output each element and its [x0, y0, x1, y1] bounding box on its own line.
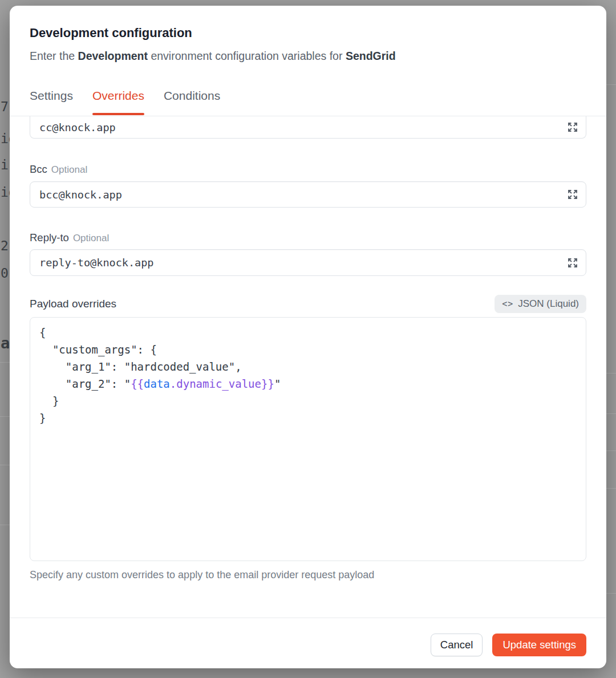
backdrop-left-strip: 7idiid20a: [0, 0, 10, 678]
payload-editor[interactable]: { "custom_args": { "arg_1": "hardcoded_v…: [30, 317, 586, 561]
backdrop-text-fragment: 7: [1, 100, 9, 113]
backdrop-row-line: [0, 465, 10, 465]
reply-to-input[interactable]: [30, 250, 586, 275]
bcc-field-wrapper: [30, 181, 586, 208]
bcc-label-text: Bcc: [30, 163, 47, 175]
reply-to-optional-badge: Optional: [73, 233, 109, 243]
backdrop-row-line: [606, 450, 616, 451]
modal-subtitle: Enter the Development environment config…: [30, 48, 396, 64]
bcc-expand-button[interactable]: [565, 187, 580, 202]
backdrop-row-line: [0, 525, 10, 525]
tab-label: Settings: [30, 89, 73, 102]
footer-actions: Cancel Update settings: [431, 634, 586, 656]
backdrop-text-fragment: a: [1, 335, 10, 351]
bcc-optional-badge: Optional: [51, 164, 87, 175]
backdrop-right-strip: [606, 0, 616, 678]
payload-help-text: Specify any custom overrides to apply to…: [30, 569, 374, 581]
cc-field-wrapper: [30, 116, 586, 139]
expand-icon: [566, 188, 579, 201]
code-brackets-icon: <>: [502, 299, 513, 309]
expand-icon: [566, 257, 579, 269]
backdrop-text-fragment: id: [1, 132, 10, 145]
backdrop-text-fragment: 0: [1, 267, 9, 280]
bcc-input[interactable]: [30, 182, 586, 207]
modal-title: Development configuration: [30, 25, 192, 41]
subtitle-prefix: Enter the: [30, 50, 78, 62]
code-line: }: [39, 409, 577, 427]
language-badge: <> JSON (Liquid): [495, 295, 586, 313]
code-line: "arg_1": "hardcoded_value",: [39, 358, 577, 375]
tab-label: Overrides: [92, 89, 144, 102]
tab-conditions[interactable]: Conditions: [164, 89, 220, 115]
cancel-button[interactable]: Cancel: [431, 634, 483, 656]
subtitle-environment: Development: [78, 50, 148, 62]
reply-to-expand-button[interactable]: [565, 255, 580, 270]
tab-overrides[interactable]: Overrides: [92, 89, 144, 115]
backdrop-row-line: [606, 488, 616, 489]
code-line: "arg_2": "{{data.dynamic_value}}": [39, 375, 577, 392]
backdrop-row-line: [606, 413, 616, 414]
tab-bar: SettingsOverridesConditions: [30, 89, 220, 115]
code-line: "custom_args": {: [39, 341, 577, 358]
reply-to-field-wrapper: [30, 249, 586, 276]
payload-overrides-label: Payload overrides: [30, 298, 116, 310]
language-badge-label: JSON (Liquid): [518, 298, 579, 310]
backdrop-text-fragment: 2: [1, 239, 9, 253]
backdrop-row-line: [606, 373, 616, 373]
backdrop-row-line: [606, 84, 616, 85]
tab-label: Conditions: [164, 89, 220, 102]
bcc-label: BccOptional: [30, 163, 87, 176]
backdrop-row-line: [0, 362, 10, 363]
cc-expand-button[interactable]: [565, 120, 580, 135]
update-settings-button[interactable]: Update settings: [492, 634, 586, 656]
backdrop-text-fragment: id: [1, 186, 10, 199]
code-line: {: [39, 324, 577, 341]
backdrop-row-line: [0, 416, 10, 417]
backdrop-text-fragment: i: [1, 159, 9, 172]
expand-icon: [566, 121, 579, 133]
payload-editor-code: { "custom_args": { "arg_1": "hardcoded_v…: [39, 324, 577, 427]
footer-divider: [10, 618, 606, 618]
reply-to-label-text: Reply-to: [30, 232, 69, 243]
development-configuration-modal: Development configuration Enter the Deve…: [10, 6, 606, 668]
reply-to-label: Reply-toOptional: [30, 232, 109, 244]
subtitle-middle: environment configuration variables for: [148, 50, 346, 62]
backdrop-row-line: [606, 593, 616, 594]
code-line: }: [39, 392, 577, 409]
cc-input[interactable]: [30, 116, 586, 138]
tab-settings[interactable]: Settings: [30, 89, 73, 115]
subtitle-provider: SendGrid: [346, 50, 396, 62]
